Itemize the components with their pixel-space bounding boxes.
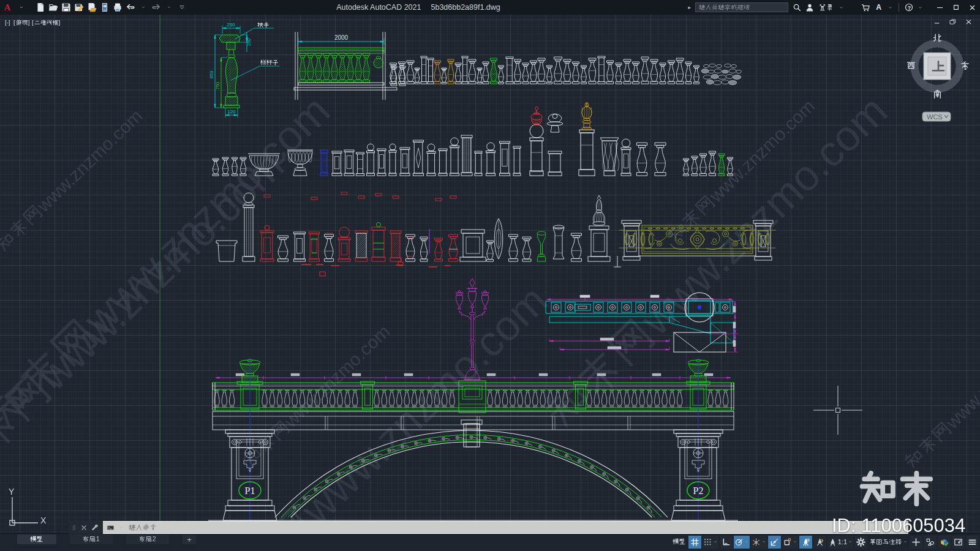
- file-tab-layout1[interactable]: 1: [70, 534, 113, 544]
- exchange-apps-icon[interactable]: A: [875, 3, 883, 12]
- visual-style-controls[interactable]: []: [31, 19, 62, 26]
- snap-icon: [703, 538, 712, 547]
- isolate-objects-button[interactable]: [924, 536, 937, 549]
- model-space-button[interactable]: [671, 536, 687, 549]
- caret-down-icon: [848, 539, 853, 544]
- svg-text:1: 1: [96, 535, 100, 542]
- view-controls[interactable]: []: [13, 19, 31, 26]
- search-icon[interactable]: [793, 3, 801, 12]
- file-tab-layout2[interactable]: 2: [126, 534, 169, 544]
- share-mobile-icon[interactable]: [99, 2, 110, 13]
- svg-text:A: A: [876, 3, 881, 12]
- window-maximize-icon[interactable]: [952, 4, 960, 11]
- ortho-mode-button[interactable]: [720, 536, 733, 549]
- acad-logo-icon[interactable]: A: [3, 2, 13, 13]
- window-close-icon[interactable]: [968, 4, 976, 12]
- file-tab-model[interactable]: [17, 534, 56, 544]
- user-icon[interactable]: [805, 3, 814, 12]
- annotation-scale-button[interactable]: 1:1: [827, 536, 853, 549]
- title-bar: A Autodesk AutoCAD 2021 5b3d6bb2a89f1.dw…: [0, 0, 980, 15]
- isolate-icon: [925, 538, 935, 547]
- hardware-acceleration-button[interactable]: [938, 536, 951, 549]
- titlebar-divider: [899, 3, 899, 12]
- annotation-plus-button[interactable]: [910, 536, 922, 549]
- new-layout-tab[interactable]: +: [183, 534, 196, 544]
- open-folder-icon[interactable]: [48, 2, 58, 13]
- command-prompt-icon[interactable]: [106, 524, 115, 531]
- workspace-switching-button[interactable]: [854, 536, 867, 549]
- drag-handle-icon[interactable]: [71, 523, 77, 533]
- layout-tabs: 12+: [17, 534, 196, 544]
- titlebar-right: ▸A?: [688, 0, 980, 15]
- caret-down-icon: [744, 539, 749, 544]
- command-placeholder: [128, 523, 157, 532]
- watermark-id: ID: 1100605034: [832, 515, 965, 537]
- doc-close-icon[interactable]: [965, 18, 973, 26]
- viewcube[interactable]: WCS: [907, 34, 975, 126]
- command-line-handle[interactable]: [69, 521, 103, 534]
- doc-title: 5b3d6bb2a89f1.dwg: [431, 3, 500, 12]
- doc-restore-icon[interactable]: [949, 18, 957, 26]
- snap-mode-button[interactable]: [703, 536, 718, 549]
- command-tools-icon[interactable]: [91, 523, 99, 531]
- svg-text:WCS: WCS: [927, 113, 943, 121]
- caret-down-icon: [903, 539, 908, 544]
- redo-caret-icon[interactable]: [164, 2, 174, 13]
- command-close-icon[interactable]: [80, 524, 88, 531]
- panel-collapse-caret[interactable]: ▸: [688, 4, 691, 10]
- help-icon[interactable]: ?: [905, 3, 913, 12]
- annovis-icon: [801, 538, 810, 547]
- cleanscreen-icon: [954, 538, 963, 547]
- command-line-palette[interactable]: [69, 521, 908, 534]
- viewport-controls[interactable]: [-][][]: [4, 19, 62, 26]
- customization-button[interactable]: [966, 536, 979, 549]
- svg-text:?: ?: [908, 5, 911, 11]
- window-minimize-icon[interactable]: [936, 4, 944, 12]
- caret-down-icon: [761, 539, 766, 544]
- recent-commands-caret[interactable]: [118, 525, 124, 530]
- save-as-icon[interactable]: [74, 2, 84, 13]
- viewport-menu[interactable]: [-]: [4, 19, 13, 26]
- grid-display-button[interactable]: [688, 536, 701, 549]
- hw-icon: [940, 538, 949, 547]
- osnap-tracking-button[interactable]: [768, 536, 781, 549]
- search-input[interactable]: [695, 2, 788, 12]
- redo-icon[interactable]: [151, 2, 161, 13]
- help-caret-icon[interactable]: [918, 5, 923, 10]
- osnap-icon: [783, 538, 792, 547]
- annotation-visibility-button[interactable]: [799, 536, 812, 549]
- cart-icon[interactable]: [861, 3, 870, 12]
- object-snap-button[interactable]: [782, 536, 798, 549]
- app-title: Autodesk AutoCAD 2021: [336, 3, 421, 12]
- iso-icon: [752, 538, 761, 547]
- login-caret-icon[interactable]: [839, 5, 844, 10]
- undo-caret-icon[interactable]: [138, 2, 148, 13]
- polar-icon: [734, 538, 744, 547]
- isometric-drafting-button[interactable]: [751, 536, 767, 549]
- save-icon[interactable]: [61, 2, 71, 13]
- plus-icon: [911, 538, 921, 547]
- print-icon[interactable]: [112, 2, 123, 13]
- search-placeholder: [698, 4, 751, 12]
- caret-down-icon: [793, 539, 797, 544]
- annotation-autoscale-button[interactable]: [813, 536, 826, 549]
- model-space-canvas[interactable]: [0, 15, 980, 533]
- command-input[interactable]: [103, 521, 908, 534]
- new-file-icon[interactable]: [35, 2, 45, 13]
- grid-icon: [690, 538, 699, 547]
- undo-icon[interactable]: [125, 2, 135, 13]
- svg-text:]: ]: [59, 19, 61, 26]
- exchange-caret-icon[interactable]: [888, 5, 893, 10]
- polar-tracking-button[interactable]: [734, 536, 750, 549]
- clean-screen-button[interactable]: [952, 536, 965, 549]
- autoscale-icon: [815, 538, 824, 547]
- svg-text:]: ]: [28, 19, 30, 26]
- doc-minimize-icon[interactable]: [933, 18, 941, 26]
- caret-down-icon: [713, 539, 718, 544]
- batch-plot-icon[interactable]: [86, 2, 97, 13]
- workspace-name-button[interactable]: [869, 536, 908, 549]
- logo-caret-icon[interactable]: [16, 2, 26, 13]
- wcs-menu: WCS: [922, 112, 951, 121]
- svg-text:A: A: [4, 2, 11, 12]
- login-button[interactable]: [818, 3, 834, 12]
